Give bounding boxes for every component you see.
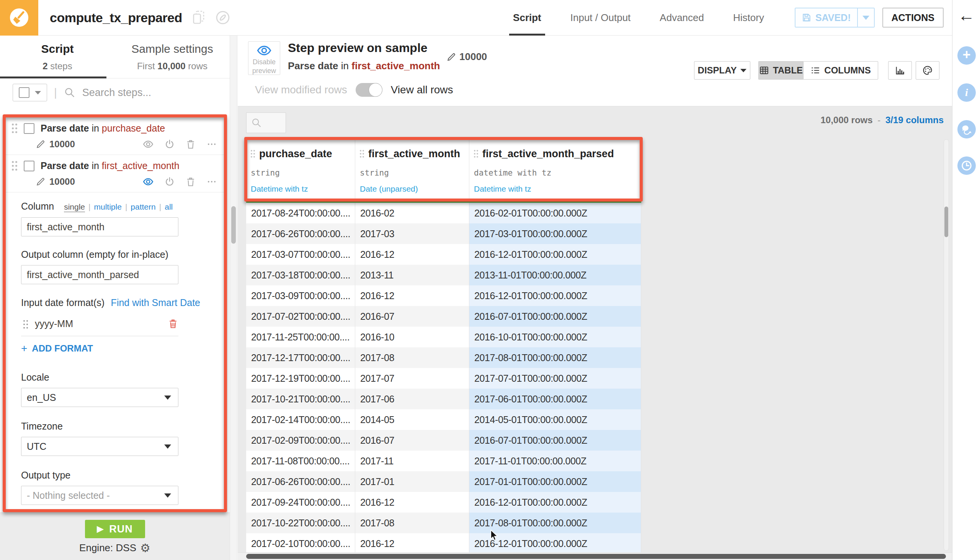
table-cell[interactable]: 2017-03-18T00:00:00.... (246, 265, 355, 285)
table-cell[interactable]: 2016-07-01T00:00:00.000Z (469, 306, 641, 327)
gear-icon[interactable]: ⚙ (140, 541, 151, 555)
table-cell[interactable]: 2014-05-01T00:00:00.000Z (469, 409, 641, 430)
table-cell[interactable]: 2017-08 (355, 347, 469, 368)
copy-icon[interactable] (192, 10, 206, 25)
table-cell[interactable]: 2016-07-01T00:00:00.000Z (469, 430, 641, 451)
disable-preview-button[interactable]: Disable preview (248, 41, 280, 75)
table-cell[interactable]: 2017-10-21T00:00:00.... (246, 388, 355, 409)
timezone-select[interactable]: UTC (21, 437, 178, 456)
table-cell[interactable]: 2017-06-01T00:00:00.000Z (469, 388, 641, 409)
search-steps-input[interactable]: Search steps... (82, 87, 151, 99)
preview-eye-icon[interactable] (142, 138, 154, 150)
table-cell[interactable]: 2016-12 (355, 244, 469, 265)
table-cell[interactable]: 2017-11 (355, 451, 469, 471)
tab-history[interactable]: History (719, 0, 779, 35)
table-cell[interactable]: 2017-11-01T00:00:00.000Z (469, 451, 641, 471)
mode-single[interactable]: single (64, 202, 85, 212)
actions-button[interactable]: ACTIONS (882, 8, 944, 28)
table-cell[interactable]: 2016-12 (355, 533, 469, 554)
more-options-icon[interactable] (206, 139, 217, 150)
table-cell[interactable]: 2016-10 (355, 327, 469, 347)
table-cell[interactable]: 2017-08-01T00:00:00.000Z (469, 347, 641, 368)
disable-step-icon[interactable] (164, 176, 175, 187)
meaning-link[interactable]: Datetime with tz (251, 184, 355, 200)
discussions-button[interactable] (957, 120, 976, 138)
output-column-input[interactable]: first_active_month_parsed (21, 265, 178, 284)
table-cell[interactable]: 2017-07-01T00:00:00.000Z (469, 368, 641, 388)
table-cell[interactable]: 2017-03-01T00:00:00.000Z (469, 223, 641, 244)
prepare-recipe-logo[interactable] (0, 0, 38, 35)
add-format-button[interactable]: + ADD FORMAT (21, 342, 209, 355)
table-search-box[interactable] (246, 112, 286, 133)
step-checkbox[interactable] (24, 161, 35, 172)
table-view-button[interactable]: TABLE (758, 61, 803, 80)
left-panel-scrollbar[interactable] (230, 35, 237, 560)
table-cell[interactable]: 2017-07 (355, 368, 469, 388)
table-cell[interactable]: 2014-05 (355, 409, 469, 430)
locale-select[interactable]: en_US (21, 388, 178, 407)
table-cell[interactable]: 2017-07-02T00:00:00.... (246, 306, 355, 327)
table-cell[interactable]: 2016-07 (355, 430, 469, 451)
step-card-parse-purchase-date[interactable]: Parse date in purchase_date 10000 (6, 117, 224, 155)
table-cell[interactable]: 2016-10-01T00:00:00.000Z (469, 327, 641, 347)
table-cell[interactable]: 2017-03-09T00:00:00.... (246, 285, 355, 306)
drag-handle-icon[interactable] (23, 320, 25, 322)
table-cell[interactable]: 2013-11-01T00:00:00.000Z (469, 265, 641, 285)
tab-input-output[interactable]: Input / Output (556, 0, 646, 35)
smart-date-link[interactable]: Find with Smart Date (111, 297, 200, 308)
table-cell[interactable]: 2017-02-10T00:00:00.... (246, 533, 355, 554)
table-cell[interactable]: 2017-01-01T00:00:00.000Z (469, 471, 641, 492)
column-header-first-active-month-parsed[interactable]: first_active_month_parsed datetime with … (469, 139, 641, 200)
delete-format-button[interactable] (168, 318, 178, 329)
mode-multiple[interactable]: multiple (94, 202, 122, 212)
info-button[interactable]: i (957, 83, 976, 102)
save-button[interactable]: SAVED! (796, 8, 857, 27)
table-horizontal-scrollbar[interactable] (238, 552, 952, 560)
table-cell[interactable]: 2017-08-24T00:00:00.... (246, 203, 355, 223)
column-header-purchase-date[interactable]: purchase_date string Datetime with tz (246, 139, 355, 200)
preview-eye-icon-active[interactable] (142, 176, 154, 187)
column-header-first-active-month[interactable]: first_active_month string Date (unparsed… (355, 139, 469, 200)
run-button[interactable]: ▶ RUN (85, 520, 145, 538)
select-all-steps-dropdown[interactable] (13, 84, 47, 102)
table-cell[interactable]: 2016-12 (355, 492, 469, 513)
more-options-icon[interactable] (206, 176, 217, 187)
tab-script[interactable]: Script (498, 0, 556, 35)
drag-handle-icon[interactable] (474, 150, 475, 152)
table-cell[interactable]: 2016-02 (355, 203, 469, 223)
select-all-checkbox[interactable] (19, 87, 30, 98)
table-cell[interactable]: 2017-03 (355, 223, 469, 244)
column-input[interactable]: first_active_month (21, 217, 178, 237)
meaning-link[interactable]: Date (unparsed) (360, 184, 469, 200)
drag-handle-icon[interactable] (12, 161, 14, 163)
table-cell[interactable]: 2016-07 (355, 306, 469, 327)
column-count-link[interactable]: 3/19 columns (885, 115, 944, 125)
table-cell[interactable]: 2017-02-14T00:00:00.... (246, 409, 355, 430)
table-cell[interactable]: 2016-02-01T00:00:00.000Z (469, 203, 641, 223)
table-vertical-scrollbar[interactable] (944, 139, 949, 551)
format-value-input[interactable]: yyyy-MM (35, 318, 73, 329)
scrollbar-thumb[interactable] (231, 206, 236, 244)
table-cell[interactable]: 2017-02-09T00:00:00.... (246, 430, 355, 451)
timeline-button[interactable] (957, 157, 976, 175)
meaning-link[interactable]: Datetime with tz (474, 184, 641, 200)
view-all-rows-label[interactable]: View all rows (391, 84, 453, 96)
table-cell[interactable]: 2017-11-25T00:00:00.... (246, 327, 355, 347)
table-cell[interactable]: 2013-11 (355, 265, 469, 285)
color-palette-button[interactable] (916, 61, 940, 80)
table-cell[interactable]: 2017-06-26T00:00:00.... (246, 471, 355, 492)
table-cell[interactable]: 2017-06-26T00:00:00.... (246, 223, 355, 244)
view-modified-rows-label[interactable]: View modified rows (255, 84, 347, 96)
output-type-select[interactable]: - Nothing selected - (21, 486, 178, 505)
drag-handle-icon[interactable] (251, 150, 252, 152)
columns-view-button[interactable]: COLUMNS (803, 61, 878, 80)
rows-view-toggle[interactable] (356, 83, 383, 97)
scrollbar-thumb[interactable] (246, 554, 946, 559)
table-cell[interactable]: 2017-12-17T00:00:00.... (246, 347, 355, 368)
step-card-parse-first-active-month[interactable]: Parse date in first_active_month 10000 (6, 155, 224, 192)
drag-handle-icon[interactable] (360, 150, 361, 152)
table-cell[interactable]: 2017-10-22T00:00:00.... (246, 513, 355, 533)
mode-all[interactable]: all (165, 202, 173, 212)
disable-step-icon[interactable] (164, 139, 175, 150)
analyze-chart-button[interactable] (888, 61, 912, 80)
